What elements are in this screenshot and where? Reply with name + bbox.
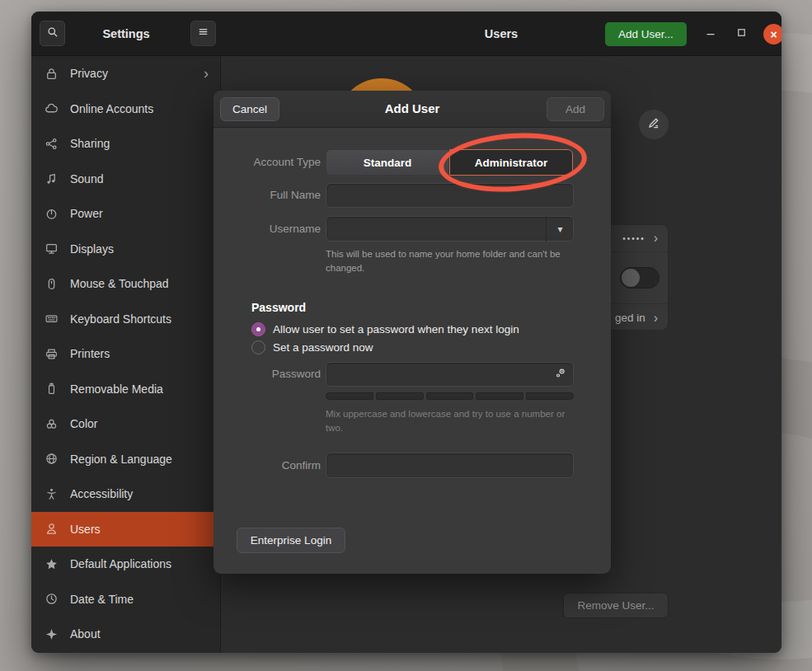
dialog-header: Cancel Add User Add: [214, 91, 611, 128]
sidebar-item-label: Sharing: [70, 137, 110, 150]
four-point-star-icon: [45, 627, 59, 641]
minimize-icon: –: [707, 26, 715, 41]
sidebar-item-users[interactable]: Users: [31, 512, 220, 547]
chevron-right-icon: ›: [204, 66, 209, 81]
chevron-right-icon: ›: [654, 312, 658, 325]
power-icon: [45, 207, 59, 221]
password-dots: •••••: [622, 234, 645, 243]
sidebar-item-online-accounts[interactable]: Online Accounts: [31, 92, 220, 127]
confirm-label: Confirm: [214, 453, 321, 478]
confirm-input[interactable]: [326, 453, 574, 478]
star-icon: [45, 557, 59, 571]
edit-avatar-button[interactable]: [638, 109, 669, 140]
username-dropdown-button[interactable]: ▾: [546, 216, 574, 242]
sidebar-item-power[interactable]: Power: [31, 196, 220, 232]
sidebar-item-label: Printers: [70, 347, 110, 360]
gears-icon: [553, 366, 567, 383]
sidebar: Privacy › Online Accounts Sharing Sound …: [31, 56, 221, 653]
sidebar-item-label: Power: [70, 207, 103, 220]
lock-icon: [45, 67, 59, 81]
page-title: Users: [221, 12, 781, 56]
strength-segment: [476, 392, 523, 400]
generate-password-button[interactable]: [551, 365, 569, 383]
strength-segment: [376, 392, 424, 400]
sidebar-item-region-language[interactable]: Region & Language: [31, 442, 220, 477]
sidebar-item-label: Region & Language: [70, 453, 172, 466]
toggle-knob: [622, 269, 640, 287]
chevron-right-icon: ›: [654, 232, 658, 245]
sidebar-item-label: Keyboard Shortcuts: [70, 312, 171, 326]
settings-window: Settings Users Add User... – × Privacy ›: [31, 12, 781, 653]
sidebar-item-printers[interactable]: Printers: [31, 336, 220, 372]
sidebar-item-label: Privacy: [70, 67, 108, 80]
sidebar-item-accessibility[interactable]: Accessibility: [31, 476, 220, 512]
radio-label: Allow user to set a password when they n…: [273, 323, 519, 336]
display-icon: [45, 242, 59, 256]
clock-icon: [45, 592, 59, 606]
account-type-administrator-button[interactable]: Administrator: [449, 149, 573, 176]
add-user-dialog: Cancel Add User Add Account Type Standar…: [214, 91, 611, 574]
minimize-button[interactable]: –: [701, 24, 720, 44]
sidebar-item-label: Sound: [70, 172, 103, 185]
sidebar-item-displays[interactable]: Displays: [31, 232, 220, 267]
sidebar-item-sound[interactable]: Sound: [31, 162, 220, 197]
sidebar-item-label: Mouse & Touchpad: [70, 277, 169, 290]
sidebar-item-color[interactable]: Color: [31, 406, 220, 442]
keyboard-icon: [45, 312, 59, 326]
pencil-icon: [646, 115, 661, 134]
hamburger-icon: [197, 26, 209, 41]
strength-segment: [326, 392, 373, 400]
sidebar-item-privacy[interactable]: Privacy ›: [31, 56, 220, 92]
last-logged-in-text: ged in: [615, 312, 645, 324]
sidebar-item-removable-media[interactable]: Removable Media: [31, 372, 220, 407]
sidebar-item-date-time[interactable]: Date & Time: [31, 582, 220, 617]
sidebar-item-keyboard-shortcuts[interactable]: Keyboard Shortcuts: [31, 302, 220, 337]
maximize-icon: [735, 26, 748, 42]
cancel-button[interactable]: Cancel: [220, 97, 279, 121]
sidebar-item-mouse-touchpad[interactable]: Mouse & Touchpad: [31, 266, 220, 302]
password-label: Password: [214, 362, 321, 387]
primary-menu-button[interactable]: [190, 21, 216, 46]
username-input[interactable]: [326, 216, 574, 242]
sidebar-item-default-applications[interactable]: Default Applications: [31, 547, 220, 582]
users-icon: [45, 522, 59, 536]
close-button[interactable]: ×: [763, 24, 781, 45]
globe-icon: [45, 452, 59, 466]
radio-unselected-icon: [251, 340, 265, 354]
account-type-standard-button[interactable]: Standard: [326, 149, 449, 176]
close-icon: ×: [770, 28, 777, 41]
sidebar-item-sharing[interactable]: Sharing: [31, 126, 220, 162]
radio-selected-icon: [251, 322, 265, 336]
dropdown-arrow-icon: ▾: [557, 223, 562, 235]
full-name-label: Full Name: [214, 183, 321, 208]
desktop: Settings Users Add User... – × Privacy ›: [0, 0, 812, 671]
full-name-input[interactable]: [326, 183, 574, 208]
sidebar-item-label: Users: [70, 523, 101, 536]
radio-allow-next-login[interactable]: Allow user to set a password when they n…: [251, 321, 519, 337]
username-hint: This will be used to name your home fold…: [326, 247, 571, 274]
sidebar-item-label: Accessibility: [70, 487, 133, 500]
sidebar-item-about[interactable]: About: [31, 617, 220, 652]
maximize-button[interactable]: [731, 24, 751, 44]
add-user-header-button[interactable]: Add User...: [605, 22, 687, 46]
headerbar: Settings Users Add User... – ×: [31, 12, 781, 56]
printer-icon: [45, 347, 59, 361]
sidebar-item-label: Removable Media: [70, 382, 163, 396]
password-section-heading: Password: [251, 301, 306, 314]
sidebar-item-label: About: [70, 627, 101, 640]
automatic-login-toggle[interactable]: [620, 267, 659, 289]
add-button[interactable]: Add: [547, 97, 604, 121]
mouse-icon: [45, 277, 59, 291]
sidebar-item-label: Online Accounts: [70, 102, 153, 115]
remove-user-button[interactable]: Remove User...: [563, 593, 669, 618]
cloud-icon: [45, 101, 59, 115]
username-label: Username: [214, 216, 321, 242]
sidebar-item-label: Color: [70, 417, 97, 430]
radio-set-password-now[interactable]: Set a password now: [251, 339, 373, 355]
password-hint: Mix uppercase and lowercase and try to u…: [326, 407, 571, 434]
password-strength-meter: [326, 392, 574, 400]
strength-segment: [526, 392, 574, 400]
enterprise-login-button[interactable]: Enterprise Login: [237, 528, 345, 553]
strength-segment: [426, 392, 474, 400]
password-input[interactable]: [326, 362, 574, 387]
